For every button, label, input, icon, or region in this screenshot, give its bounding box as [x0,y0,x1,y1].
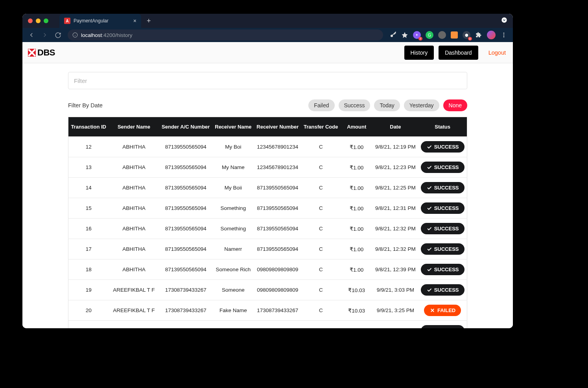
table-cell: 87139550565094 [159,137,212,157]
table-cell: 9/8/21, 12:39 PM [373,259,418,280]
header-actions: History Dashboard Logout [404,46,507,60]
table-cell: 87139550565094 [159,157,212,178]
table-row: 15ABHITHA87139550565094Something87139550… [68,198,467,219]
kebab-menu-icon[interactable] [500,31,507,39]
profile-avatar[interactable] [487,31,496,39]
table-cell: 16 [68,219,109,239]
table-row: 14ABHITHA87139550565094My Boii8713955056… [68,178,467,198]
logout-link[interactable]: Logout [488,50,506,56]
table-cell: My Boi [212,137,254,157]
status-success-badge: SUCCESS [421,264,465,275]
table-cell: 20 [68,300,109,321]
tab-favicon-icon: A [64,18,70,24]
table-cell: ABHITHA [109,198,159,219]
filter-input[interactable] [68,72,467,89]
table-cell: C [301,178,341,198]
brand-logo[interactable]: DBS [28,48,55,58]
forward-button[interactable] [41,31,48,39]
table-row: 13ABHITHA87139550565094My Name1234567890… [68,157,467,178]
status-success-badge: SUCCESS [421,223,465,234]
table-cell: 87139550565094 [254,198,301,219]
table-cell: ₹1.00 [341,259,373,280]
table-cell: 87139550565094 [159,198,212,219]
table-cell: ABHITHA [109,137,159,157]
table-cell: C [301,300,341,321]
reload-button[interactable] [55,32,61,39]
site-info-icon[interactable] [72,32,78,38]
table-cell: 45766734966995 [159,321,212,329]
main-content: Filter By Date FailedSuccessTodayYesterd… [22,63,513,328]
table-header: Receiver Name [212,117,254,137]
table-cell: My Boii [212,178,254,198]
svg-point-7 [503,36,505,37]
table-cell: 47468155457802 [254,321,301,329]
table-cell: C [301,321,341,329]
table-cell: ₹10.03 [341,280,373,300]
table-header: Transfer Code [301,117,341,137]
extension-dark-icon[interactable]: ⬢0 [463,31,470,39]
table-header: Amount [341,117,373,137]
table-cell: ₹1.00 [341,137,373,157]
back-button[interactable] [28,31,35,39]
extension-orange-icon[interactable] [451,31,458,39]
window-dropdown-icon[interactable] [501,17,507,25]
table-cell: 17 [68,239,109,259]
table-cell: 9/8/21, 12:23 PM [373,157,418,178]
svg-point-5 [503,33,505,34]
table-cell: 18 [68,259,109,280]
table-header: Sender Name [109,117,159,137]
status-success-badge: SUCCESS [421,162,465,173]
status-success-badge: SUCCESS [421,141,465,153]
extension-icon[interactable]: ✦7 [413,31,421,39]
toolbar-actions: ✦7 G ⬢0 [389,31,507,39]
table-cell: 9/9/21, 3:25 PM [373,300,418,321]
table-cell: 09809809809809 [254,280,301,300]
browser-window: A PaymentAngular × + localhost:4200/hist… [22,14,513,328]
table-cell: 87139550565094 [159,178,212,198]
url-text: localhost:4200/history [81,32,133,38]
filter-chip-yesterday[interactable]: Yesterday [404,99,439,111]
star-icon[interactable] [401,31,408,39]
table-row: 20AREEFIKBAL T F17308739433267Fake Name1… [68,300,467,321]
table-row: 19AREEFIKBAL T F17308739433267Someone098… [68,280,467,300]
table-cell: C [301,239,341,259]
table-cell: ABHITHA [109,239,159,259]
new-tab-button[interactable]: + [147,17,151,25]
grammarly-icon[interactable]: G [426,31,433,39]
tab-close-icon[interactable]: × [133,18,136,24]
table-cell: 87139550565094 [254,219,301,239]
window-maximize-button[interactable] [44,18,48,23]
table-cell-status: SUCCESS [418,219,467,239]
extensions-puzzle-icon[interactable] [475,31,482,39]
svg-point-0 [501,17,507,22]
url-field[interactable]: localhost:4200/history [68,29,383,40]
table-cell: ₹1.00 [341,198,373,219]
table-cell: 9/8/21, 12:25 PM [373,178,418,198]
table-cell-status: FAILED [418,300,467,321]
browser-tab[interactable]: A PaymentAngular × [59,14,141,28]
filter-chip-success[interactable]: Success [339,99,370,111]
table-cell: Someone [212,280,254,300]
titlebar: A PaymentAngular × + [22,14,513,28]
table-header: Sender A/C Number [159,117,212,137]
filter-chip-none[interactable]: None [443,99,467,111]
table-cell: My Name [212,157,254,178]
history-button[interactable]: History [404,46,434,60]
status-success-badge: SUCCESS [421,182,465,193]
traffic-lights [28,18,48,23]
extension-grey-icon[interactable] [438,31,446,39]
page-content: DBS History Dashboard Logout Filter By D… [22,42,513,328]
filter-chip-failed[interactable]: Failed [308,99,334,111]
table-cell: ₹1.00 [341,157,373,178]
table-header-row: Transaction IDSender NameSender A/C Numb… [68,117,467,137]
filter-chip-today[interactable]: Today [374,99,400,111]
table-cell: ABHITHA [109,157,159,178]
window-minimize-button[interactable] [36,18,41,23]
table-cell-status: SUCCESS [418,321,467,329]
window-close-button[interactable] [28,18,33,23]
dashboard-button[interactable]: Dashboard [439,46,478,60]
table-cell: 19 [68,280,109,300]
key-icon[interactable] [389,31,396,39]
table-cell: ABHITHA [109,219,159,239]
table-cell: 12345678901234 [254,157,301,178]
